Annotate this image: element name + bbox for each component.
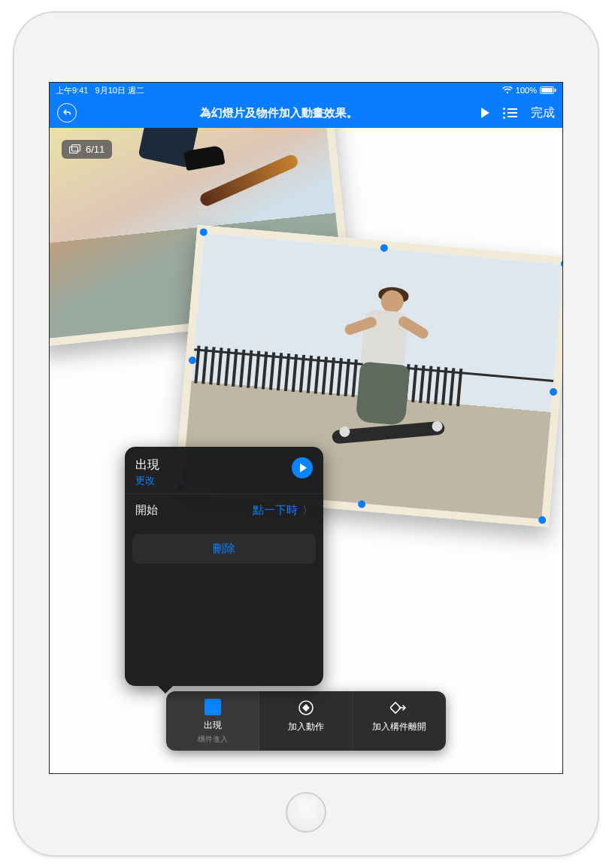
- wifi-icon: [502, 86, 513, 94]
- play-button[interactable]: [481, 108, 489, 118]
- selection-handle[interactable]: [358, 500, 366, 508]
- slide-canvas[interactable]: 6/11: [50, 128, 562, 773]
- svg-rect-3: [70, 147, 78, 153]
- play-icon: [300, 463, 307, 472]
- svg-rect-1: [541, 88, 553, 93]
- start-label: 開始: [135, 503, 253, 517]
- battery-percent: 100%: [516, 86, 537, 95]
- delete-effect-button[interactable]: 刪除: [132, 534, 316, 563]
- start-row[interactable]: 開始 點一下時 〉: [125, 493, 323, 527]
- build-out-icon: [390, 699, 408, 717]
- tab-build-in-label: 出現: [204, 719, 222, 732]
- undo-icon: [62, 108, 71, 117]
- back-button[interactable]: [57, 103, 77, 123]
- home-button[interactable]: [286, 792, 326, 833]
- status-bar: 上午9:41 9月10日 週二 100%: [50, 83, 562, 98]
- svg-rect-6: [302, 704, 310, 712]
- selection-handle[interactable]: [550, 388, 558, 396]
- tab-add-action-label: 加入動作: [288, 721, 324, 733]
- selection-handle[interactable]: [538, 516, 547, 524]
- preview-effect-button[interactable]: [292, 457, 313, 478]
- tab-build-out-label: 加入構件離開: [372, 721, 426, 733]
- svg-rect-2: [555, 89, 556, 92]
- effect-name: 出現: [135, 457, 292, 473]
- slide-counter-badge[interactable]: 6/11: [62, 140, 112, 159]
- svg-rect-4: [72, 144, 80, 151]
- slide-counter-text: 6/11: [86, 144, 105, 155]
- battery-icon: [540, 86, 556, 94]
- status-time: 上午9:41: [56, 86, 88, 95]
- nav-title: 為幻燈片及物件加入動畫效果。: [77, 106, 481, 120]
- start-value: 點一下時: [253, 503, 298, 517]
- build-type-bar: 出現 構件進入 加入動作 加入構件離開: [166, 691, 446, 751]
- tab-build-in-sub: 構件進入: [198, 734, 228, 745]
- status-date: 9月10日 週二: [95, 86, 144, 95]
- action-icon: [297, 699, 315, 717]
- slides-icon: [69, 144, 81, 155]
- change-effect-button[interactable]: 更改: [135, 474, 292, 487]
- tab-build-in[interactable]: 出現 構件進入: [166, 691, 259, 751]
- build-popover: 出現 更改 開始 點一下時 〉 刪除: [125, 447, 323, 686]
- chevron-right-icon: 〉: [302, 504, 313, 517]
- screen: 上午9:41 9月10日 週二 100% 為幻燈片及物件加入動畫效果。: [49, 82, 563, 774]
- square-icon: [205, 699, 221, 715]
- build-order-button[interactable]: [503, 108, 517, 119]
- ipad-frame: 上午9:41 9月10日 週二 100% 為幻燈片及物件加入動畫效果。: [14, 13, 598, 855]
- tab-build-out[interactable]: 加入構件離開: [353, 691, 446, 751]
- tab-add-action[interactable]: 加入動作: [259, 691, 353, 751]
- nav-bar: 為幻燈片及物件加入動畫效果。 完成: [50, 98, 562, 128]
- done-button[interactable]: 完成: [531, 105, 555, 121]
